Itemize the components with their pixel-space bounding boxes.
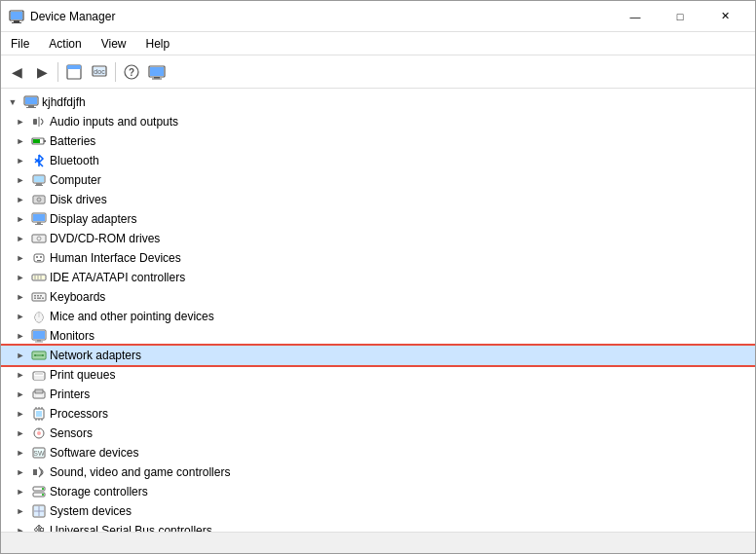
storage-icon	[31, 484, 47, 499]
svg-rect-23	[33, 139, 40, 143]
svg-point-31	[39, 200, 40, 201]
back-button[interactable]: ◀	[5, 60, 28, 84]
tree-item-keyboard[interactable]: ►Keyboards	[1, 287, 755, 307]
tree-item-network[interactable]: ►Network adapters	[1, 346, 755, 365]
svg-rect-71	[34, 376, 44, 380]
tree-label-system: System devices	[50, 504, 132, 518]
sound-icon	[31, 464, 47, 480]
tree-item-monitor[interactable]: ►Monitors	[1, 326, 755, 346]
tree-item-audio[interactable]: ►Audio inputs and outputs	[1, 112, 755, 131]
tree-label-usb: Universal Serial Bus controllers	[50, 524, 212, 532]
expand-icon-monitor[interactable]: ►	[13, 328, 28, 344]
svg-rect-27	[35, 185, 43, 186]
svg-rect-62	[37, 340, 41, 342]
app-icon	[9, 9, 24, 24]
tree-label-monitor: Monitors	[50, 329, 94, 343]
expand-icon-dvd[interactable]: ►	[13, 231, 28, 246]
tree-panel[interactable]: ▼ kjhdfdjfh ►Audio inputs and outputs►Ba…	[1, 89, 755, 532]
tree-item-software[interactable]: ►SWSoftware devices	[1, 443, 755, 462]
tree-item-mouse[interactable]: ►Mice and other pointing devices	[1, 307, 755, 326]
tree-item-ide[interactable]: ►IDE ATA/ATAPI controllers	[1, 268, 755, 287]
expand-icon-processor[interactable]: ►	[13, 406, 28, 422]
tree-item-printer[interactable]: ►Printers	[1, 385, 755, 404]
expand-icon-software[interactable]: ►	[13, 445, 28, 461]
tree-item-sound[interactable]: ►Sound, video and game controllers	[1, 462, 755, 482]
svg-point-40	[36, 256, 38, 258]
scan-button[interactable]	[145, 60, 169, 84]
disk-icon	[31, 192, 47, 207]
tree-label-dvd: DVD/CD-ROM drives	[50, 232, 160, 245]
expand-icon-printer[interactable]: ►	[13, 387, 28, 402]
svg-rect-19	[26, 107, 36, 108]
dvd-icon	[31, 231, 47, 246]
svg-rect-63	[35, 342, 43, 343]
expand-icon-keyboard[interactable]: ►	[13, 289, 28, 305]
svg-rect-13	[150, 67, 164, 76]
expand-icon-disk[interactable]: ►	[13, 192, 28, 207]
svg-text:doc: doc	[94, 68, 105, 75]
tree-item-disk[interactable]: ►Disk drives	[1, 190, 755, 209]
sensor-icon	[31, 425, 47, 441]
tree-item-display[interactable]: ►Display adapters	[1, 209, 755, 229]
properties-button[interactable]	[62, 60, 86, 84]
menu-action[interactable]: Action	[39, 35, 91, 53]
expand-icon-print[interactable]: ►	[13, 367, 28, 383]
tree-item-battery[interactable]: ►Batteries	[1, 131, 755, 151]
tree-item-sensor[interactable]: ►Sensors	[1, 424, 755, 443]
expand-icon-computer[interactable]: ►	[13, 172, 28, 188]
tree-item-usb[interactable]: ►Universal Serial Bus controllers	[1, 521, 755, 532]
tree-item-processor[interactable]: ►Processors	[1, 404, 755, 424]
toolbar-separator-1	[57, 62, 58, 82]
tree-item-system[interactable]: ►System devices	[1, 501, 755, 521]
window-controls: — □ ✕	[613, 7, 747, 26]
expand-icon-ide[interactable]: ►	[13, 270, 28, 285]
expand-icon-battery[interactable]: ►	[13, 133, 28, 149]
expand-icon-system[interactable]: ►	[13, 503, 28, 519]
expand-icon-sensor[interactable]: ►	[13, 425, 28, 441]
maximize-button[interactable]: □	[658, 7, 702, 26]
device-manager-window: Device Manager — □ ✕ File Action View He…	[0, 0, 756, 554]
svg-point-67	[34, 354, 36, 356]
help-button[interactable]: ?	[120, 60, 143, 84]
svg-rect-15	[152, 78, 162, 79]
svg-rect-51	[37, 295, 39, 297]
expand-icon-usb[interactable]: ►	[13, 523, 28, 532]
tree-label-battery: Batteries	[50, 134, 95, 148]
svg-point-68	[42, 354, 44, 356]
menu-view[interactable]: View	[92, 35, 136, 53]
tree-root[interactable]: ▼ kjhdfdjfh	[1, 92, 755, 112]
tree-item-hid[interactable]: ►Human Interface Devices	[1, 248, 755, 268]
expand-icon-storage[interactable]: ►	[13, 484, 28, 499]
tree-item-bluetooth[interactable]: ►Bluetooth	[1, 151, 755, 170]
tree-label-print: Print queues	[50, 368, 115, 382]
tree-item-storage[interactable]: ►Storage controllers	[1, 482, 755, 501]
expand-icon-audio[interactable]: ►	[13, 114, 28, 129]
svg-point-41	[40, 256, 42, 258]
tree-item-print[interactable]: ►Print queues	[1, 365, 755, 385]
minimize-button[interactable]: —	[613, 7, 658, 26]
expand-icon-sound[interactable]: ►	[13, 464, 28, 480]
expand-icon-display[interactable]: ►	[13, 211, 28, 227]
menu-file[interactable]: File	[1, 35, 39, 53]
expand-icon-network[interactable]: ►	[13, 348, 28, 363]
tree-label-ide: IDE ATA/ATAPI controllers	[50, 271, 185, 284]
expand-icon-mouse[interactable]: ►	[13, 309, 28, 324]
svg-rect-22	[44, 140, 46, 142]
expand-icon-hid[interactable]: ►	[13, 250, 28, 266]
update-driver-button[interactable]: doc	[88, 60, 111, 84]
forward-button[interactable]: ▶	[30, 60, 54, 84]
tree-label-processor: Processors	[50, 407, 108, 421]
close-button[interactable]: ✕	[702, 7, 747, 26]
root-expand-icon[interactable]: ▼	[5, 94, 20, 110]
tree-item-dvd[interactable]: ►DVD/CD-ROM drives	[1, 229, 755, 248]
tree-item-computer[interactable]: ►Computer	[1, 170, 755, 190]
tree-label-display: Display adapters	[50, 212, 136, 226]
svg-rect-25	[34, 176, 44, 182]
tree-label-keyboard: Keyboards	[50, 290, 105, 304]
menu-bar: File Action View Help	[1, 32, 755, 55]
svg-rect-1	[14, 20, 19, 22]
window-title: Device Manager	[30, 10, 613, 23]
tree-label-network: Network adapters	[50, 349, 141, 362]
menu-help[interactable]: Help	[136, 35, 180, 53]
expand-icon-bluetooth[interactable]: ►	[13, 153, 28, 168]
